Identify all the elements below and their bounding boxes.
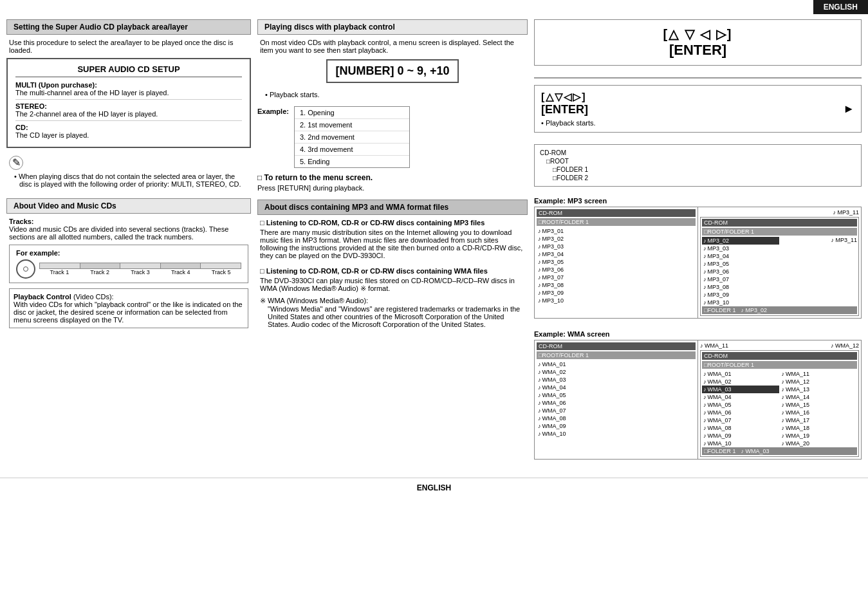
- wma-screen-left: CD-ROM □ROOT/FOLDER 1 ♪ WMA_01 ♪ WMA_02 …: [535, 340, 698, 459]
- wma-inner-10: ♪ WMA_10: [702, 440, 779, 447]
- wma-inner-ricon-11: ♪: [782, 371, 785, 377]
- mp3-inner-mp3-06: ♪ MP3_06: [702, 268, 779, 275]
- sacd-item-stereo: STEREO: The 2-channel area of the HD lay…: [15, 102, 242, 118]
- track-diagram: For example:: [9, 245, 248, 283]
- sacd-multi-desc: The multi-channel area of the HD layer i…: [15, 89, 242, 97]
- mp3-inner-mp3-07: ♪ MP3_07: [702, 275, 779, 283]
- wma-inner-ricon-19: ♪: [782, 433, 785, 439]
- cdrom-mp3-section: □ Listening to CD-ROM, CD-R or CD-RW dis…: [257, 219, 528, 259]
- video-section: About Video and Music CDs Tracks: Video …: [6, 198, 251, 328]
- tree-folder2: □FOLDER 2: [540, 174, 856, 182]
- example-label: Example:: [257, 106, 289, 115]
- music-icon-4: ♪: [538, 251, 541, 257]
- note-icon: ✎: [9, 156, 23, 170]
- track-1-label: Track 1: [39, 269, 80, 275]
- wma-outer-screen: CD-ROM □ROOT/FOLDER 1 ♪ WMA_01 ♪ WMA_02 …: [534, 340, 862, 460]
- mp3-inner-left-col: ♪ MP3_02 ♪ MP3_03 ♪ MP3_04 ♪ MP3_05 ♪ MP…: [702, 237, 779, 306]
- music-icon-2: ♪: [538, 236, 541, 242]
- mp3-inner-mp3-04: ♪ MP3_04: [702, 252, 779, 260]
- music-icon-i10: ♪: [703, 299, 706, 306]
- right-column: [△ ▽ ◁ ▷] [ENTER] [△▽◁▷] [ENTER] • Playb…: [534, 19, 862, 465]
- sacd-cd-desc: The CD layer is played.: [15, 131, 242, 139]
- wma-inner-icon-3: ♪: [703, 386, 706, 393]
- mp3-inner-mp3-05: ♪ MP3_05: [702, 260, 779, 268]
- mid-column: Playing discs with playback control On m…: [257, 19, 528, 465]
- wma-item-05: ♪ WMA_05: [537, 391, 696, 399]
- cdrom-mp3-desc: There are many music distribution sites …: [260, 228, 525, 259]
- wma-inner-right-col: ♪ WMA_11 ♪ WMA_12 ♪ WMA_13 ♪ WMA_14 ♪ WM…: [780, 370, 858, 447]
- wma-inner-r19: ♪ WMA_19: [780, 432, 858, 440]
- playback-ctrl-label: Playback Control: [14, 293, 71, 301]
- english-banner-bottom: ENGLISH: [0, 478, 868, 498]
- music-icon-i9: ♪: [703, 292, 706, 298]
- music-icon-i5: ♪: [703, 261, 706, 267]
- mp3-inner-subheader: □ROOT/FOLDER 1: [702, 228, 857, 236]
- music-icon-7: ♪: [538, 274, 541, 281]
- wma-item-10: ♪ WMA_10: [537, 430, 696, 438]
- track-bar-container: [39, 263, 241, 269]
- tree-root: □ROOT: [540, 157, 856, 165]
- mp3-item-06: ♪ MP3_06: [537, 266, 696, 274]
- nav-symbols-2: [△▽◁▷]: [541, 91, 840, 103]
- mp3-screen-right: ♪ MP3_11 CD-ROM □ROOT/FOLDER 1 ♪ MP3_02 …: [698, 207, 861, 318]
- mp3-example-label: Example: MP3 screen: [534, 197, 862, 205]
- wma-example-label: Example: WMA screen: [534, 330, 862, 338]
- music-icon-i2: ♪: [703, 237, 706, 244]
- wma-note-text: "Windows Media" and "Windows" are regist…: [260, 305, 525, 328]
- music-icon-8: ♪: [538, 282, 541, 288]
- wma-right-top1: ♪ WMA_11: [700, 342, 728, 349]
- music-icon-6: ♪: [538, 266, 541, 273]
- sacd-note: ✎ • When playing discs that do not conta…: [6, 153, 251, 191]
- number-box-container: [NUMBER] 0 ~ 9, +10: [257, 59, 528, 87]
- enter-text-2: [ENTER]: [541, 103, 840, 116]
- sacd-note-text: • When playing discs that do not contain…: [14, 172, 248, 188]
- mp3-screen-section: Example: MP3 screen CD-ROM □ROOT/FOLDER …: [534, 197, 862, 324]
- wma-music-icon-r2: ♪: [831, 342, 834, 349]
- disc-icon: [16, 259, 35, 279]
- track-example-label: For example:: [16, 249, 241, 257]
- wma-inner-icon-1: ♪: [703, 371, 706, 377]
- wma-inner-icon-4: ♪: [703, 394, 706, 400]
- wma-music-icon-r1: ♪: [700, 342, 703, 349]
- nav-box-1: [△ ▽ ◁ ▷] [ENTER]: [534, 19, 862, 66]
- wma-inner-03: ♪ WMA_03: [702, 386, 779, 393]
- mp3-outer-screen: CD-ROM □ROOT/FOLDER 1 ♪ MP3_01 ♪ MP3_02 …: [534, 207, 862, 319]
- playback-note: • Playback starts.: [541, 119, 840, 127]
- mp3-screen-left: CD-ROM □ROOT/FOLDER 1 ♪ MP3_01 ♪ MP3_02 …: [535, 207, 698, 318]
- playback-control-section: Playback Control (Video CDs): With video…: [9, 288, 248, 328]
- wma-item-02: ♪ WMA_02: [537, 368, 696, 376]
- mp3-item-01: ♪ MP3_01: [537, 227, 696, 235]
- cdrom-wma-desc: The DVD-3930CI can play music files stor…: [260, 277, 525, 293]
- music-icon-r11: ♪: [831, 237, 834, 243]
- wma-inner-08: ♪ WMA_08: [702, 424, 779, 432]
- wma-inner-r15: ♪ WMA_15: [780, 401, 858, 409]
- video-content: Tracks: Video and music CDs are divided …: [6, 218, 251, 328]
- mp3-left-header: CD-ROM: [537, 209, 696, 217]
- mp3-inner-right-top: ♪ MP3_11: [780, 237, 858, 243]
- music-icon-3: ♪: [538, 243, 541, 250]
- track-bars: Track 1 Track 2 Track 3 Track 4 Track 5: [39, 263, 241, 275]
- nav-left: [△▽◁▷] [ENTER] • Playback starts.: [541, 91, 840, 127]
- tree-box-1: CD-ROM □ROOT □FOLDER 1 □FOLDER 2: [534, 144, 862, 187]
- playback-section-header: Playing discs with playback control: [257, 19, 528, 35]
- wma-music-icon-7: ♪: [538, 407, 541, 414]
- wma-left-subheader: □ROOT/FOLDER 1: [537, 351, 696, 359]
- mp3-right-top: ♪ MP3_11: [700, 209, 859, 216]
- mp3-item-03: ♪ MP3_03: [537, 243, 696, 250]
- track-3-label: Track 3: [120, 269, 161, 275]
- wma-left-header: CD-ROM: [537, 342, 696, 350]
- wma-inner-r20: ♪ WMA_20: [780, 440, 858, 447]
- wma-music-icon-10: ♪: [538, 431, 541, 437]
- wma-music-icon-4: ♪: [538, 384, 541, 391]
- disc-inner: [23, 266, 28, 272]
- mp3-wma-header: About discs containing MP3 and WMA forma…: [257, 200, 528, 215]
- music-icon-i7: ♪: [703, 276, 706, 283]
- wma-music-icon-5: ♪: [538, 392, 541, 398]
- mp3-item-02: ♪ MP3_02: [537, 235, 696, 243]
- wma-inner-header: CD-ROM: [702, 352, 857, 360]
- mp3-bottom-bar: □FOLDER 1 ♪ MP3_02: [702, 306, 857, 314]
- wma-item-08: ♪ WMA_08: [537, 414, 696, 422]
- wma-music-icon-8: ♪: [538, 415, 541, 422]
- playback-starts-text: • Playback starts.: [263, 91, 528, 101]
- tree-cdrom: CD-ROM: [540, 149, 856, 157]
